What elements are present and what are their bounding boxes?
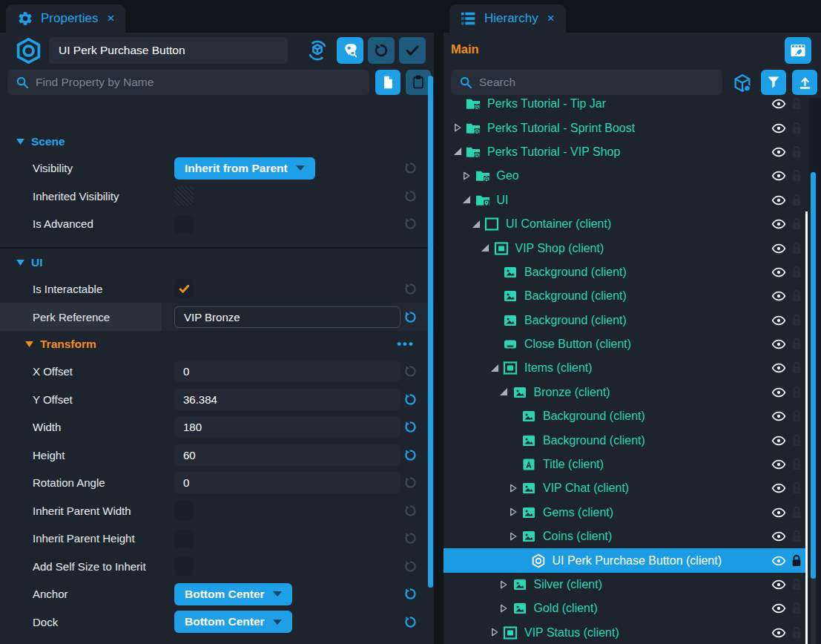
- lock-icon[interactable]: [791, 242, 802, 255]
- paste-button[interactable]: [406, 70, 431, 95]
- hierarchy-search-input[interactable]: [451, 70, 722, 95]
- more-options-button[interactable]: •••: [397, 337, 415, 352]
- lock-icon[interactable]: [791, 361, 802, 375]
- reset-icon[interactable]: [403, 448, 418, 462]
- eye-icon[interactable]: [771, 168, 786, 183]
- cube-dot-icon[interactable]: [732, 73, 753, 93]
- close-icon[interactable]: ×: [547, 11, 555, 26]
- tree-row-coins-client[interactable]: Coins (client): [444, 525, 808, 548]
- tree-row-silver-client[interactable]: Silver (client): [444, 573, 808, 597]
- reset-icon[interactable]: [403, 189, 418, 203]
- lock-icon[interactable]: [791, 458, 802, 471]
- reset-icon[interactable]: [403, 615, 418, 629]
- section-ui[interactable]: UI: [0, 250, 434, 275]
- inherit-parent-width-checkbox[interactable]: [174, 501, 194, 520]
- undo-button[interactable]: [368, 37, 395, 64]
- inherit-parent-height-checkbox[interactable]: [174, 529, 194, 548]
- expand-open-icon[interactable]: [498, 387, 510, 397]
- lock-icon[interactable]: [791, 626, 802, 640]
- y-offset-input[interactable]: 36.384: [174, 389, 400, 410]
- height-input[interactable]: 60: [174, 444, 400, 466]
- expand-open-icon[interactable]: [488, 364, 501, 373]
- confirm-button[interactable]: [399, 37, 426, 64]
- tree-row-gems-client[interactable]: Gems (client): [444, 501, 808, 525]
- lock-icon[interactable]: [791, 169, 802, 183]
- tree-row-perks-tutorial-sprint-boost[interactable]: Perks Tutorial - Sprint Boost: [444, 116, 808, 139]
- expand-closed-icon[interactable]: [507, 484, 519, 493]
- add-self-size-to-inherit-checkbox[interactable]: [174, 556, 194, 576]
- tree-row-gold-client[interactable]: Gold (client): [444, 597, 808, 620]
- visibility-dropdown[interactable]: Inherit from Parent: [174, 157, 315, 180]
- expand-closed-icon[interactable]: [451, 123, 464, 133]
- eye-icon[interactable]: [771, 98, 786, 111]
- tree-row-close-button-client[interactable]: Close Button (client): [444, 332, 808, 356]
- reset-icon[interactable]: [403, 364, 418, 378]
- eye-icon[interactable]: [771, 289, 786, 303]
- is-advanced-checkbox[interactable]: [174, 214, 194, 234]
- tab-hierarchy[interactable]: Hierarchy ×: [449, 4, 566, 33]
- expand-open-icon[interactable]: [461, 195, 473, 205]
- lock-icon[interactable]: [791, 289, 802, 303]
- tree-row-ui-perk-purchase-button-client[interactable]: UI Perk Purchase Button (client): [444, 548, 808, 572]
- lock-icon[interactable]: [791, 386, 802, 399]
- lock-icon[interactable]: [791, 266, 802, 279]
- lock-icon[interactable]: [791, 530, 802, 543]
- eye-icon[interactable]: [771, 409, 786, 424]
- eye-icon[interactable]: [771, 217, 786, 231]
- tree-row-perks-tutorial-vip-shop[interactable]: Perks Tutorial - VIP Shop: [444, 140, 808, 164]
- tree-row-title-client[interactable]: Title (client): [444, 453, 808, 476]
- reset-icon[interactable]: [403, 282, 418, 296]
- tree-row-background-client[interactable]: Background (client): [444, 428, 808, 452]
- eye-icon[interactable]: [771, 457, 786, 472]
- reset-icon[interactable]: [403, 392, 418, 407]
- reset-icon[interactable]: [403, 476, 418, 490]
- tree-row-vip-shop-client[interactable]: VIP Shop (client): [444, 236, 808, 260]
- lock-icon[interactable]: [791, 145, 802, 159]
- eye-icon[interactable]: [771, 529, 786, 544]
- lock-icon[interactable]: [791, 506, 802, 519]
- tree-row-ui[interactable]: UI: [444, 188, 808, 212]
- tree-row-items-client[interactable]: Items (client): [444, 356, 808, 380]
- tree-row-background-client[interactable]: Background (client): [444, 284, 808, 308]
- eye-icon[interactable]: [771, 601, 786, 616]
- rotation-angle-input[interactable]: 0: [174, 472, 400, 493]
- properties-scrollbar[interactable]: [428, 76, 433, 588]
- lock-icon[interactable]: [791, 602, 802, 615]
- is-interactable-checkbox[interactable]: [174, 279, 194, 298]
- copy-button[interactable]: [375, 70, 400, 95]
- eye-icon[interactable]: [771, 145, 786, 160]
- filter-button[interactable]: [761, 70, 786, 95]
- reset-icon[interactable]: [403, 504, 418, 518]
- reset-icon[interactable]: [403, 420, 418, 434]
- expand-closed-icon[interactable]: [507, 532, 519, 542]
- tree-row-perks-tutorial-tip-jar[interactable]: Perks Tutorial - Tip Jar: [444, 98, 808, 116]
- lock-icon[interactable]: [791, 338, 802, 351]
- tree-row-bronze-client[interactable]: Bronze (client): [444, 381, 808, 404]
- cube-sync-icon[interactable]: [306, 39, 329, 62]
- tab-properties[interactable]: Properties ×: [6, 4, 125, 33]
- eye-icon[interactable]: [771, 505, 786, 520]
- eye-icon[interactable]: [771, 577, 786, 592]
- expand-open-icon[interactable]: [451, 147, 464, 157]
- eye-icon[interactable]: [771, 433, 786, 448]
- x-offset-input[interactable]: 0: [174, 361, 400, 382]
- eye-icon[interactable]: [771, 481, 786, 496]
- tree-row-ui-container-client[interactable]: UI Container (client): [444, 212, 808, 236]
- eye-icon[interactable]: [771, 337, 786, 352]
- expand-open-icon[interactable]: [469, 220, 482, 229]
- lock-icon[interactable]: [791, 578, 802, 591]
- tree-row-background-client[interactable]: Background (client): [444, 309, 808, 332]
- lock-icon[interactable]: [791, 410, 802, 423]
- reset-icon[interactable]: [403, 559, 418, 574]
- section-scene[interactable]: Scene: [0, 129, 434, 154]
- expand-closed-icon[interactable]: [461, 171, 473, 181]
- eye-icon[interactable]: [771, 313, 786, 328]
- reset-icon[interactable]: [403, 531, 418, 545]
- publish-clapper-button[interactable]: [785, 37, 811, 64]
- lock-icon[interactable]: [791, 314, 802, 327]
- locate-pin-button[interactable]: [337, 37, 363, 64]
- anchor-dropdown[interactable]: Bottom Center: [174, 583, 292, 605]
- eye-icon[interactable]: [771, 385, 786, 400]
- eye-icon[interactable]: [771, 241, 786, 256]
- reset-icon[interactable]: [403, 217, 418, 231]
